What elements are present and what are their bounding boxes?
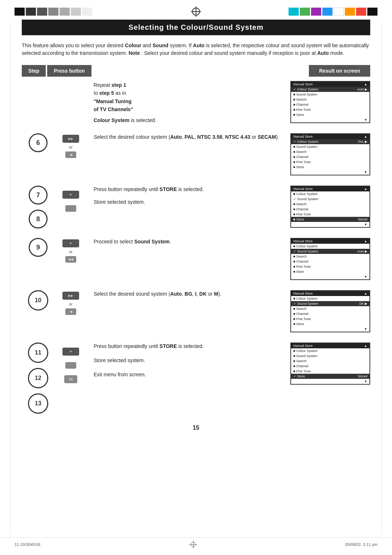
step-row-6: 6 ▶▶ or ◀ Select the desired colour syst…: [22, 129, 370, 181]
btn-10a[interactable]: ▶▶: [62, 292, 79, 300]
table-header: Step Press button Result on screen: [22, 65, 370, 77]
cb-black: [15, 8, 25, 16]
desc-col-6: Select the desired colour system (Auto, …: [87, 133, 290, 141]
btn-11[interactable]: ▼: [62, 348, 79, 356]
color-blocks-right: [289, 8, 377, 16]
btn-12[interactable]: [65, 362, 76, 369]
step-circle-6: 6: [29, 133, 48, 152]
top-bar: [0, 0, 392, 17]
cb-red: [356, 8, 366, 16]
press-col-repeat: [54, 81, 87, 82]
press-col-11: ▼: [54, 346, 87, 356]
btn-7[interactable]: ▼: [62, 191, 79, 199]
page-title: Selecting the Colour/Sound System: [22, 20, 370, 35]
desc-col-repeat: Repeat step 1 to step 5 as in "Manual Tu…: [87, 81, 290, 124]
color-blocks-left: [15, 8, 92, 16]
cb-lightgray: [82, 8, 92, 16]
press-col-12: [54, 361, 87, 369]
result-col-10: Manual Store▲ ■ Colour System ✓ Sound Sy…: [290, 290, 370, 334]
step-circle-12: 12: [28, 368, 48, 388]
cb-gray3: [60, 8, 70, 16]
btn-10b[interactable]: ◀: [65, 308, 76, 315]
step-num-8: 8: [22, 210, 54, 228]
step-num-6: 6: [22, 133, 54, 152]
cb-gray1: [37, 8, 47, 16]
desc-col-7-8: Press button repeatedly until STORE is s…: [87, 186, 290, 206]
press-col-8: [54, 204, 87, 212]
press-col-7: ▼: [54, 189, 87, 199]
cb-gray4: [71, 8, 81, 16]
step-circle-8: 8: [29, 210, 48, 228]
press-col-10: ▶▶ or ◀: [54, 290, 87, 315]
press-col-13: m: [54, 374, 87, 383]
step-circle-10: 10: [28, 290, 48, 311]
steps-container: Repeat step 1 to step 5 as in "Manual Tu…: [22, 77, 370, 418]
cb-magenta: [311, 8, 321, 16]
cb-black2: [367, 8, 377, 16]
btn-9b[interactable]: ◀◀: [65, 256, 76, 263]
press-col-6: ▶▶ or ◀: [54, 133, 87, 158]
result-col-9: Manual Store▲ ■ Colour System ✓ Sound Sy…: [290, 238, 370, 281]
result-col-7-8: Manual Store▲ ■ Colour System ✓ Sound Sy…: [290, 186, 370, 229]
step-num-13: 13: [22, 393, 54, 414]
intro-text: This feature allows you to select your d…: [22, 42, 370, 57]
desc-col-9: Proceed to select Sound System.: [87, 238, 290, 246]
cb-blue: [322, 8, 332, 16]
cb-darkgray: [26, 8, 36, 16]
desc-col-11-12-13: Press button repeatedly until STORE is s…: [87, 343, 290, 378]
footer-right: 05/08/02, 5:11 pm: [345, 542, 377, 547]
btn-13[interactable]: m: [64, 375, 77, 383]
step-row-7-8: 7 8 ▼ Press button repeatedly until STOR…: [22, 181, 370, 234]
step-row-10: 10 ▶▶ or ◀ Select the desired sound syst…: [22, 286, 370, 338]
page-number: 15: [22, 425, 370, 431]
cb-orange: [345, 8, 355, 16]
step-num-12: 12: [22, 368, 54, 388]
result-col-11-13: Manual Store▲ ■ Colour System ■ Sound Sy…: [290, 343, 370, 386]
or-10: or: [69, 302, 73, 306]
step-circle-7: 7: [29, 186, 48, 204]
btn-back-6[interactable]: ◀: [65, 151, 76, 158]
cb-cyan: [289, 8, 299, 16]
step-row-9: 9 ▼ or ◀◀ Proceed to select Sound System…: [22, 234, 370, 286]
or-6: or: [69, 145, 73, 149]
step-circle-11: 11: [28, 343, 48, 363]
btn-forward-6[interactable]: ▶▶: [62, 135, 79, 143]
step-num-7: 7: [22, 186, 54, 204]
page-footer: 11-19/30491/E 05/08/02, 5:11 pm: [0, 537, 392, 551]
header-result-label: Result on screen: [309, 65, 370, 77]
result-col-repeat: Manual Store▲ ✓ Colour SystemAuto ▶ ■ So…: [290, 81, 370, 125]
crosshair-top: [103, 7, 289, 17]
btn-9a[interactable]: ▼: [62, 239, 79, 247]
step-circle-13: 13: [28, 393, 48, 414]
btn-8[interactable]: [65, 205, 76, 212]
step-circle-9: 9: [29, 238, 48, 257]
step-num-10: 10: [22, 290, 54, 311]
crosshair-footer: [189, 540, 197, 548]
desc-col-10: Select the desired sound system (Auto, B…: [87, 290, 290, 298]
step-row-11-12-13: 11 12 13 ▼ m: [22, 338, 370, 418]
footer-left: 11-19/30491/E: [15, 542, 41, 547]
cb-white: [334, 8, 344, 16]
step-num-11: 11: [22, 343, 54, 363]
press-col-9: ▼ or ◀◀: [54, 238, 87, 263]
step-row-repeat: Repeat step 1 to step 5 as in "Manual Tu…: [22, 77, 370, 129]
or-9: or: [69, 250, 73, 254]
step-num-9: 9: [22, 238, 54, 257]
result-col-6: Manual Store▲ ✓ Colour SystemPAL ▶ ■ Sou…: [290, 133, 370, 177]
cb-gray2: [48, 8, 58, 16]
header-press-label: Press button: [47, 65, 91, 77]
cb-green: [300, 8, 310, 16]
header-step-label: Step: [22, 65, 46, 77]
